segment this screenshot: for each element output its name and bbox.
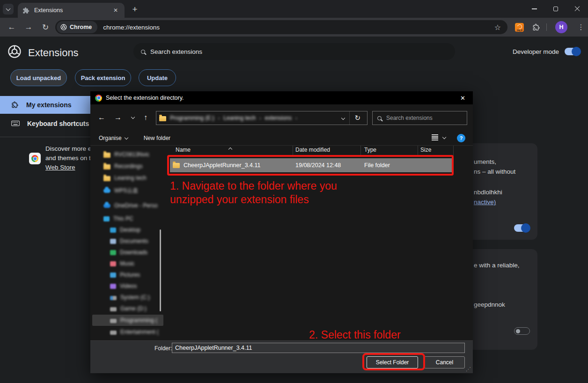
window-controls	[523, 0, 588, 18]
breadcrumb-separator: ›	[218, 115, 220, 121]
breadcrumb-seg2[interactable]: Leaning tech	[223, 115, 256, 121]
chrome-badge-label: Chrome	[70, 24, 92, 30]
tab-close-icon[interactable]: ✕	[111, 6, 120, 15]
window-close-button[interactable]	[566, 0, 588, 18]
breadcrumb-path: Programming (E:) › Leaning tech › extens…	[170, 115, 337, 121]
sort-ascending-icon	[228, 147, 232, 151]
web-store-link[interactable]: Web Store	[45, 164, 75, 171]
bookmark-star-icon[interactable]: ☆	[494, 23, 501, 32]
jnlp-extension-icon[interactable]: JNLP	[515, 23, 524, 32]
column-header-type[interactable]: Type	[364, 147, 376, 153]
tree-item-game-drive[interactable]: Game (D:)	[109, 303, 183, 314]
dialog-back-button[interactable]: ←	[95, 111, 108, 124]
tree-item-this-pc[interactable]: This PC	[103, 213, 176, 224]
sidebar-item-keyboard-shortcuts[interactable]: Keyboard shortcuts	[0, 114, 90, 133]
window-minimize-button[interactable]	[523, 0, 545, 18]
search-icon	[377, 116, 382, 120]
search-icon	[141, 50, 145, 54]
puzzle-favicon-icon	[22, 7, 29, 14]
dialog-breadcrumb-bar[interactable]: Programming (E:) › Leaning tech › extens…	[156, 111, 368, 125]
new-tab-button[interactable]: +	[129, 4, 140, 15]
dialog-refresh-button[interactable]: ↻	[349, 111, 364, 125]
breadcrumb-dropdown-icon[interactable]	[341, 116, 345, 120]
developer-mode-toggle[interactable]	[565, 48, 581, 55]
extensions-search-bar[interactable]: Search extensions	[133, 43, 455, 60]
tab-strip: Extensions ✕ +	[0, 0, 588, 18]
card2-enable-toggle[interactable]	[514, 327, 530, 335]
breadcrumb-seg3[interactable]: extensions	[265, 115, 292, 121]
cancel-button[interactable]: Cancel	[424, 356, 465, 368]
tab-search-chevron-button[interactable]	[3, 4, 14, 15]
search-placeholder: Search extensions	[150, 48, 202, 55]
tree-item-system-drive[interactable]: System (C:)	[109, 292, 183, 303]
profile-avatar[interactable]: H	[555, 21, 567, 33]
sidebar-item-my-extensions[interactable]: My extensions	[0, 96, 90, 114]
window-maximize-button[interactable]	[545, 0, 566, 18]
annotation-box-file-row	[167, 155, 454, 176]
resize-grip[interactable]: ⋰	[466, 366, 471, 372]
extension-card-2: e with a reliable, geepdnnok	[463, 249, 537, 350]
browser-toolbar: ← → ↻ Chrome chrome://extensions ☆ JNLP …	[0, 18, 588, 37]
my-extensions-puzzle-icon	[11, 101, 19, 109]
sidebar-keyboard-shortcuts-label: Keyboard shortcuts	[27, 120, 89, 127]
annotation-step1: 1. Navigate to the folder where you unzi…	[170, 179, 376, 206]
annotation-step2: 2. Select this folder	[309, 328, 401, 342]
tree-item-music[interactable]: Music	[109, 258, 183, 269]
dialog-forward-button[interactable]: →	[111, 111, 125, 124]
jnlp-label: JNLP	[516, 29, 522, 32]
select-folder-button[interactable]: Select Folder	[367, 356, 418, 368]
dialog-recent-chevron[interactable]	[126, 111, 140, 124]
address-bar[interactable]: Chrome chrome://extensions ☆	[55, 20, 507, 34]
chevron-down-icon	[6, 6, 11, 11]
tree-item-folder-3[interactable]: Leaning tech	[103, 172, 176, 184]
column-header-size[interactable]: Size	[420, 147, 431, 153]
sidebar-divider	[0, 137, 90, 137]
help-button[interactable]: ?	[457, 134, 465, 142]
dialog-title: Select the extension directory.	[106, 95, 454, 101]
tree-item-desktop[interactable]: Desktop	[109, 224, 183, 236]
tree-item-programming-drive[interactable]: Programming (	[92, 315, 163, 326]
tree-item-wps-cloud[interactable]: WPS云盘	[103, 185, 176, 196]
tree-item-documents[interactable]: Documents	[109, 236, 183, 247]
tree-scrollbar[interactable]	[160, 229, 161, 311]
tree-item-pictures[interactable]: Pictures	[109, 269, 183, 280]
view-options-button[interactable]	[432, 134, 446, 140]
dialog-close-icon[interactable]: ✕	[457, 95, 468, 102]
tree-item-onedrive[interactable]: OneDrive - Perso	[103, 200, 176, 211]
breadcrumb-seg1[interactable]: Programming (E:)	[170, 115, 214, 121]
browser-menu-button[interactable]: ⋮	[574, 18, 588, 37]
tab-extensions[interactable]: Extensions ✕	[18, 3, 125, 18]
tree-item-folder-1[interactable]: RVC0813Nvic	[103, 149, 176, 160]
keyboard-icon	[11, 120, 20, 126]
back-button[interactable]: ←	[5, 18, 19, 37]
card1-enable-toggle[interactable]	[514, 224, 530, 232]
card1-inspect-link[interactable]: nactive)	[474, 199, 496, 206]
reload-button[interactable]: ↻	[38, 18, 52, 37]
pack-extension-button[interactable]: Pack extension	[75, 69, 131, 86]
column-divider	[293, 146, 293, 156]
organise-menu-button[interactable]: Organise	[99, 135, 128, 141]
column-header-date[interactable]: Date modified	[295, 147, 330, 153]
card1-text-line2: ns – all without	[474, 168, 515, 175]
column-header-name[interactable]: Name	[176, 147, 191, 153]
tree-item-entertainment-drive[interactable]: Entertainment (	[109, 326, 183, 338]
tree-item-folder-2[interactable]: Recordings	[103, 161, 176, 172]
update-button[interactable]: Update	[139, 69, 176, 86]
tree-item-downloads[interactable]: Downloads	[109, 247, 183, 258]
column-divider	[360, 146, 361, 156]
folder-label: Folder:	[154, 345, 169, 352]
load-unpacked-button[interactable]: Load unpacked	[10, 69, 67, 86]
chrome-mono-icon	[60, 24, 67, 30]
extensions-puzzle-button[interactable]	[529, 18, 543, 37]
breadcrumb-separator: ›	[259, 115, 261, 121]
chrome-web-store-icon	[29, 153, 41, 164]
folder-name-input[interactable]	[172, 343, 465, 353]
dialog-up-button[interactable]: ↑	[139, 111, 152, 124]
new-folder-button[interactable]: New folder	[144, 135, 170, 141]
card2-text-line1: e with a reliable,	[474, 262, 520, 269]
chrome-url-badge: Chrome	[57, 21, 97, 33]
tree-item-videos[interactable]: Videos	[109, 280, 183, 292]
dialog-search-box[interactable]: Search extensions	[372, 111, 467, 125]
forward-button[interactable]: →	[22, 18, 36, 37]
card2-text-line2: geepdnnok	[474, 301, 505, 308]
